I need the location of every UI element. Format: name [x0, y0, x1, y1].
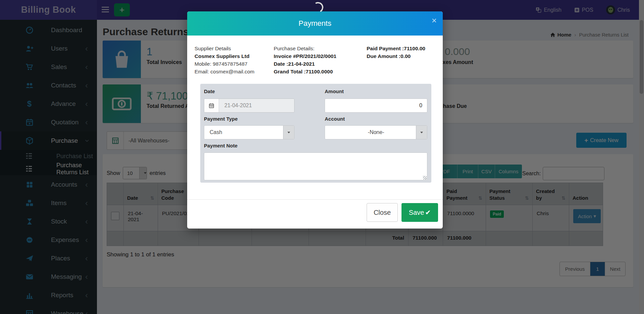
payments-modal: Payments × Supplier Details Cosmex Suppl… [187, 11, 443, 229]
purchase-details: Purchase Details: Invoice #PR/2021/02/00… [274, 45, 336, 75]
amount-input[interactable] [325, 99, 427, 113]
payment-type-select[interactable]: Cash [204, 125, 294, 139]
date-input[interactable]: 21-04-2021 [204, 99, 294, 113]
account-label: Account [325, 116, 345, 122]
check-icon: ✔ [425, 208, 431, 216]
supplier-details: Supplier Details Cosmex Suppliers Ltd Mo… [195, 45, 255, 75]
payment-type-label: Payment Type [204, 116, 238, 122]
close-button[interactable]: Close [367, 203, 398, 222]
resize-grip[interactable] [423, 176, 427, 180]
chevron-down-icon [416, 126, 427, 139]
modal-footer: Close Save✔ [187, 199, 443, 229]
calendar-icon [204, 99, 219, 112]
payment-note-label: Payment Note [204, 143, 237, 148]
account-select[interactable]: -None- [325, 125, 427, 139]
payment-form: Date 21-04-2021 Amount Payment Type Cash… [200, 84, 431, 183]
payment-note-textarea[interactable] [204, 152, 427, 180]
modal-header: Payments [187, 11, 443, 36]
close-icon[interactable]: × [432, 16, 437, 25]
save-button[interactable]: Save✔ [401, 203, 438, 222]
chevron-down-icon [283, 126, 294, 139]
payment-summary: Paid Payment :71100.00 Due Amount :0.00 [367, 45, 425, 60]
modal-title: Payments [299, 19, 331, 28]
date-label: Date [204, 88, 215, 94]
amount-label: Amount [325, 88, 344, 94]
